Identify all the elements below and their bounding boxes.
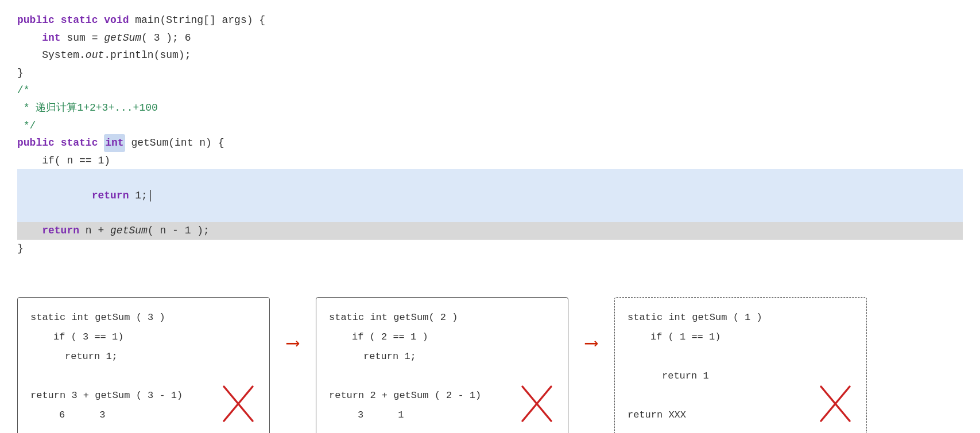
code-line-4: }	[17, 64, 963, 82]
arrow-1: ⟶	[270, 331, 316, 354]
call-box-2: static int getSum( 2 ) if ( 2 == 1 ) ret…	[316, 297, 568, 433]
x-mark-1	[221, 384, 255, 424]
code-line-7: */	[17, 117, 963, 135]
code-line-8: public static int getSum(int n) {	[17, 134, 963, 152]
code-line-10: return 1;│	[17, 169, 963, 222]
code-line-12: }	[17, 240, 963, 258]
call-box-3: static int getSum ( 1 ) if ( 1 == 1) ret…	[614, 297, 867, 433]
code-line-1: public static void main(String[] args) {	[17, 11, 963, 29]
code-editor: public static void main(String[] args) {…	[0, 0, 980, 268]
code-line-2: int sum = getSum( 3 ); 6	[17, 29, 963, 47]
call-box-1: static int getSum ( 3 ) if ( 3 == 1) ret…	[17, 297, 270, 433]
x-mark-3	[818, 384, 853, 424]
code-line-5: /*	[17, 81, 963, 99]
code-line-9: if( n == 1)	[17, 152, 963, 170]
diagram-area: static int getSum ( 3 ) if ( 3 == 1) ret…	[0, 280, 980, 433]
x-mark-2	[520, 384, 554, 424]
arrow-2: ⟶	[568, 331, 614, 354]
code-line-11: return n + getSum( n - 1 );	[17, 222, 963, 240]
code-line-6: * 递归计算1+2+3+...+100	[17, 99, 963, 117]
code-line-3: System.out.println(sum);	[17, 46, 963, 64]
